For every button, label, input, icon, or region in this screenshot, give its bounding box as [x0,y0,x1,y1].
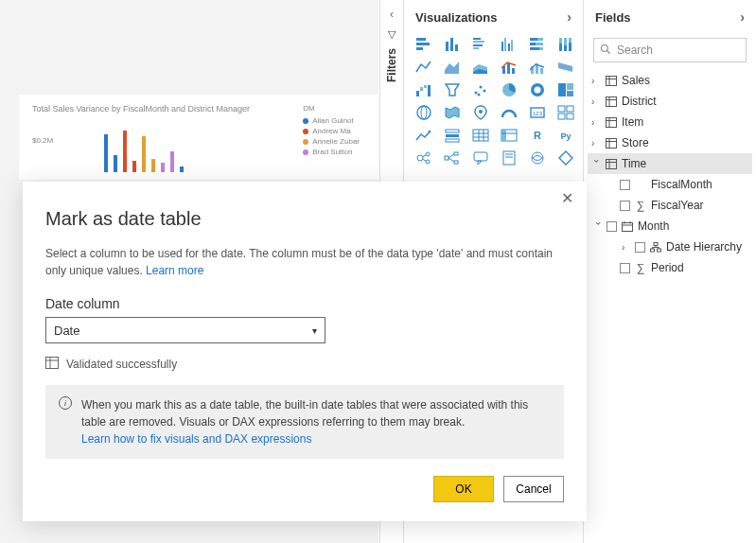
decomposition-tree-icon[interactable] [440,148,465,168]
svg-rect-34 [540,68,543,74]
arcgis-icon[interactable] [525,148,550,168]
svg-rect-56 [567,106,573,112]
search-icon [600,44,611,58]
table-time[interactable]: ›Time [588,153,752,174]
powerapps-icon[interactable] [554,148,578,168]
qa-visual-icon[interactable] [468,148,493,168]
cancel-button[interactable]: Cancel [503,476,564,502]
svg-rect-49 [567,91,573,96]
svg-rect-11 [504,38,506,51]
gauge-icon[interactable] [497,102,521,123]
stacked-bar-icon[interactable] [412,34,436,55]
svg-point-40 [475,92,478,95]
funnel-icon[interactable] [440,79,465,100]
svg-rect-55 [558,106,565,112]
svg-rect-3 [446,42,448,51]
scatter-icon[interactable] [468,79,493,100]
learn-fix-link[interactable]: Learn how to fix visuals and DAX express… [81,432,311,446]
treemap-icon[interactable] [554,79,578,100]
svg-rect-0 [416,38,426,41]
pie-chart-icon[interactable] [497,79,521,100]
visualization-gallery: 123 R Py [404,34,583,168]
svg-rect-17 [536,43,543,45]
svg-rect-15 [537,38,543,41]
chevron-right-icon[interactable]: › [567,9,571,25]
svg-marker-89 [559,151,572,165]
svg-rect-4 [450,38,453,51]
svg-rect-47 [558,83,566,96]
svg-rect-48 [567,83,573,90]
matrix-icon[interactable] [497,125,521,146]
svg-rect-85 [503,151,515,165]
date-column-label: Date column [45,296,564,311]
field-month[interactable]: ›Month [588,216,752,236]
filter-icon: ▽ [388,28,396,41]
ribbon-chart-icon[interactable] [554,57,578,78]
card-icon[interactable]: 123 [525,102,550,123]
waterfall-icon[interactable] [412,79,436,100]
paginated-report-icon[interactable] [497,148,521,168]
map-icon[interactable] [412,102,436,123]
multi-card-icon[interactable] [554,102,578,123]
ok-button[interactable]: OK [433,476,494,502]
svg-rect-30 [507,63,510,74]
svg-rect-92 [607,76,617,85]
line-chart-icon[interactable] [412,57,436,78]
chevron-left-icon: ‹ [390,8,394,21]
svg-point-43 [478,94,481,96]
slicer-icon[interactable] [440,125,465,146]
key-influencers-icon[interactable] [412,148,436,168]
fields-search-input[interactable]: Search [593,38,747,62]
svg-rect-83 [474,152,487,161]
clustered-column-icon[interactable] [497,34,521,55]
chart-bars [104,125,184,172]
svg-rect-69 [501,130,506,141]
fields-panel: Fields › Search ›Sales ›District ›Item ›… [584,0,756,543]
field-fiscalyear[interactable]: ∑FiscalYear [588,195,752,216]
line-column-icon[interactable] [497,57,521,78]
stacked-column-100-icon[interactable] [554,34,578,55]
r-visual-icon[interactable]: R [525,125,550,146]
stacked-area-icon[interactable] [468,57,493,78]
stacked-bar-100-icon[interactable] [525,34,550,55]
table-sales[interactable]: ›Sales [588,70,752,91]
field-fiscalmonth[interactable]: FiscalMonth [588,174,752,195]
svg-point-51 [421,106,427,119]
filled-map-icon[interactable] [440,102,465,123]
area-chart-icon[interactable] [440,57,465,78]
python-visual-icon[interactable]: Py [554,125,578,146]
svg-rect-63 [473,130,488,141]
table-item[interactable]: ›Item [588,112,752,132]
stacked-column-icon[interactable] [440,34,465,55]
sigma-icon: ∑ [634,200,647,211]
svg-rect-31 [512,68,515,74]
line-column-2-icon[interactable] [525,57,550,78]
table-district[interactable]: ›District [588,91,752,112]
close-button[interactable]: ✕ [555,187,579,209]
field-date-hierarchy[interactable]: ›Date Hierarchy [588,236,752,257]
hierarchy-icon [649,241,662,253]
svg-rect-19 [539,47,543,50]
svg-rect-36 [420,87,423,91]
shape-map-icon[interactable] [468,102,493,123]
fields-tree: ›Sales ›District ›Item ›Store ›Time Fisc… [584,70,756,278]
fields-title: Fields [595,10,631,25]
svg-rect-112 [651,249,655,252]
table-icon[interactable] [468,125,493,146]
date-column-select[interactable]: Date ▾ [45,317,325,343]
table-store[interactable]: ›Store [588,132,752,153]
kpi-icon[interactable] [412,125,436,146]
learn-more-link[interactable]: Learn more [146,264,203,277]
chevron-right-icon[interactable]: › [740,9,745,25]
info-icon: i [59,396,72,410]
svg-rect-62 [446,139,459,142]
field-period[interactable]: ∑Period [588,257,752,278]
svg-marker-39 [446,84,459,96]
donut-chart-icon[interactable] [525,79,550,100]
clustered-bar-icon[interactable] [468,34,493,55]
svg-rect-37 [424,85,427,88]
svg-text:123: 123 [533,111,543,116]
svg-rect-9 [473,47,479,49]
svg-rect-10 [501,42,503,51]
svg-rect-2 [416,47,423,50]
